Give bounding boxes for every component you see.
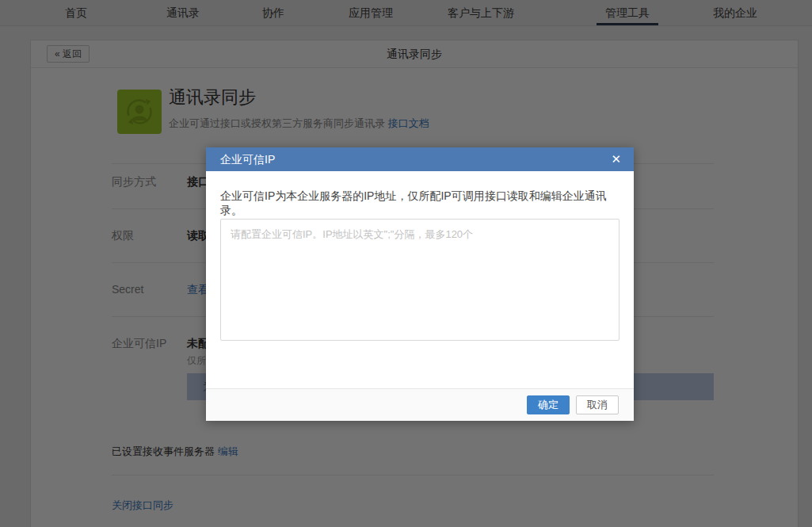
cancel-button[interactable]: 取消 — [576, 395, 619, 414]
trusted-ip-input[interactable] — [220, 219, 619, 341]
close-icon[interactable]: ✕ — [608, 147, 624, 171]
dialog-description: 企业可信IP为本企业服务器的IP地址，仅所配IP可调用接口读取和编辑企业通讯录。 — [220, 189, 619, 218]
dialog-header: 企业可信IP ✕ — [206, 147, 634, 171]
dialog-title: 企业可信IP — [220, 147, 275, 171]
trusted-ip-dialog: 企业可信IP ✕ 企业可信IP为本企业服务器的IP地址，仅所配IP可调用接口读取… — [206, 147, 634, 421]
dialog-footer: 确定 取消 — [206, 388, 634, 421]
confirm-button[interactable]: 确定 — [527, 395, 570, 414]
screen: 首页 通讯录 协作 应用管理 客户与上下游 管理工具 我的企业 通讯录同步 « … — [0, 0, 812, 527]
